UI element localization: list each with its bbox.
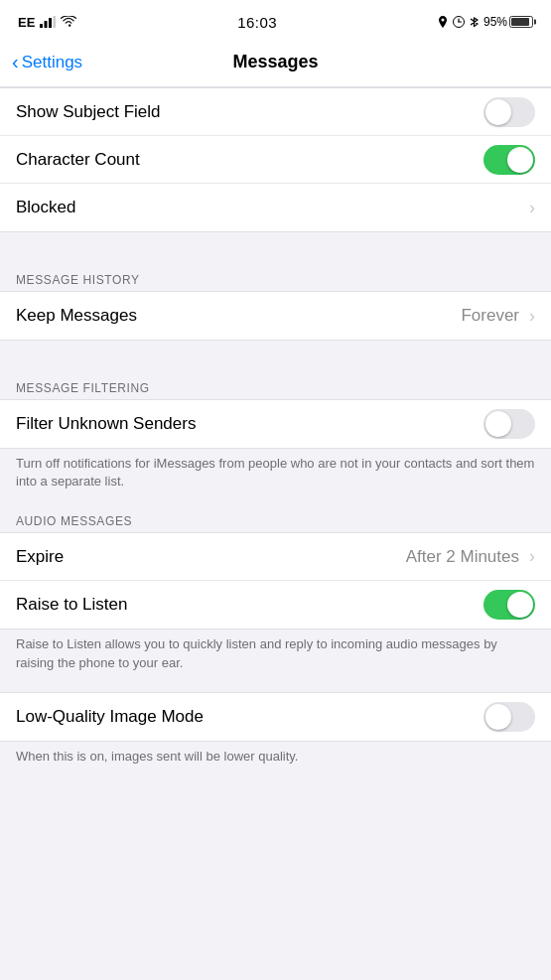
keep-messages-value: Forever xyxy=(461,306,519,326)
message-history-group: Keep Messages Forever › xyxy=(0,291,551,341)
back-button[interactable]: ‹ Settings xyxy=(12,53,82,72)
raise-to-listen-label: Raise to Listen xyxy=(16,595,483,615)
location-icon xyxy=(438,16,448,28)
audio-messages-header: AUDIO MESSAGES xyxy=(0,508,551,532)
status-bar: EE 16:03 xyxy=(0,0,551,40)
back-label: Settings xyxy=(22,53,82,72)
keep-messages-row[interactable]: Keep Messages Forever › xyxy=(0,292,551,340)
toggle-knob xyxy=(507,147,533,173)
sms-settings-group: Show Subject Field Character Count Block… xyxy=(0,87,551,232)
filter-unknown-senders-label: Filter Unknown Senders xyxy=(16,414,483,434)
message-history-header: MESSAGE HISTORY xyxy=(0,267,551,291)
chevron-right-icon: › xyxy=(529,546,535,567)
message-filtering-group: Filter Unknown Senders xyxy=(0,399,551,449)
svg-rect-3 xyxy=(54,16,57,28)
filter-unknown-senders-row[interactable]: Filter Unknown Senders xyxy=(0,400,551,448)
character-count-row[interactable]: Character Count xyxy=(0,136,551,184)
svg-point-4 xyxy=(441,19,444,22)
small-gap-2 xyxy=(0,676,551,692)
image-mode-footer: When this is on, images sent will be low… xyxy=(0,742,551,770)
expire-label: Expire xyxy=(16,547,406,567)
status-time: 16:03 xyxy=(237,14,277,31)
chevron-right-icon: › xyxy=(529,198,535,218)
battery-icon xyxy=(509,16,533,28)
section-gap-1 xyxy=(0,232,551,267)
bluetooth-icon xyxy=(470,16,479,29)
blocked-row[interactable]: Blocked › xyxy=(0,184,551,231)
wifi-icon xyxy=(61,16,76,28)
character-count-toggle[interactable] xyxy=(483,145,535,175)
keep-messages-label: Keep Messages xyxy=(16,306,461,326)
audio-messages-footer: Raise to Listen allows you to quickly li… xyxy=(0,630,551,675)
battery-percent: 95% xyxy=(483,15,507,29)
message-filtering-footer: Turn off notifications for iMessages fro… xyxy=(0,449,551,494)
small-gap xyxy=(0,494,551,508)
toggle-knob xyxy=(485,411,511,437)
svg-rect-1 xyxy=(45,21,48,28)
show-subject-field-label: Show Subject Field xyxy=(16,102,483,122)
nav-bar: ‹ Settings Messages xyxy=(0,40,551,87)
low-quality-image-mode-label: Low-Quality Image Mode xyxy=(16,707,483,727)
expire-value: After 2 Minutes xyxy=(406,547,519,567)
status-left: EE xyxy=(18,15,76,30)
toggle-knob xyxy=(485,704,511,730)
chevron-right-icon: › xyxy=(529,306,535,327)
raise-to-listen-toggle[interactable] xyxy=(483,590,535,620)
message-filtering-header: MESSAGE FILTERING xyxy=(0,375,551,399)
raise-to-listen-row[interactable]: Raise to Listen xyxy=(0,581,551,629)
svg-rect-0 xyxy=(40,24,43,28)
audio-messages-group: Expire After 2 Minutes › Raise to Listen xyxy=(0,532,551,630)
low-quality-image-mode-toggle[interactable] xyxy=(483,702,535,732)
battery-container: 95% xyxy=(483,15,533,29)
page-title: Messages xyxy=(232,52,318,72)
section-gap-2 xyxy=(0,341,551,375)
toggle-knob xyxy=(485,99,511,125)
toggle-knob xyxy=(507,592,533,618)
blocked-label: Blocked xyxy=(16,198,525,217)
expire-row[interactable]: Expire After 2 Minutes › xyxy=(0,533,551,581)
signal-icon xyxy=(40,16,56,28)
chevron-back-icon: ‹ xyxy=(12,52,19,71)
character-count-label: Character Count xyxy=(16,150,483,170)
clock-icon xyxy=(453,16,465,28)
show-subject-field-toggle[interactable] xyxy=(483,97,535,127)
show-subject-field-row[interactable]: Show Subject Field xyxy=(0,88,551,136)
status-right: 95% xyxy=(438,15,533,29)
filter-unknown-senders-toggle[interactable] xyxy=(483,409,535,439)
carrier-label: EE xyxy=(18,15,35,30)
low-quality-image-mode-row[interactable]: Low-Quality Image Mode xyxy=(0,693,551,741)
svg-rect-2 xyxy=(49,18,52,28)
image-mode-group: Low-Quality Image Mode xyxy=(0,692,551,742)
